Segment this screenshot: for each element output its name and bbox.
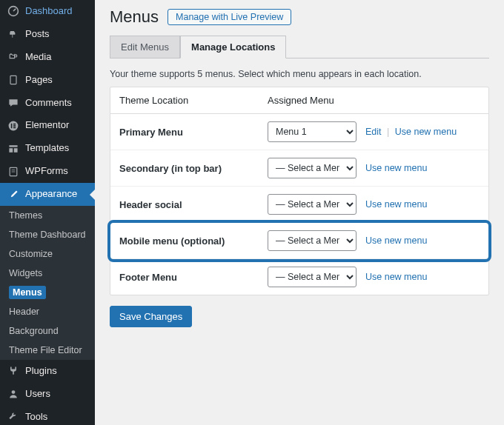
plug-icon: [7, 365, 19, 377]
sub-item-menus[interactable]: Menus: [0, 283, 95, 302]
svg-rect-9: [9, 148, 13, 153]
user-icon: [7, 388, 19, 400]
sidebar-label: WPForms: [25, 165, 68, 178]
sidebar-label: Comments: [25, 97, 72, 110]
table-row: Header social — Select a Menu — Use new …: [110, 187, 488, 223]
use-new-menu-link[interactable]: Use new menu: [365, 199, 427, 210]
sidebar-label: Media: [25, 51, 51, 64]
sidebar-item-media[interactable]: Media: [0, 46, 95, 69]
sidebar-label: Users: [25, 388, 50, 401]
sidebar-label: Plugins: [25, 365, 57, 378]
svg-rect-2: [10, 76, 16, 84]
svg-rect-6: [13, 125, 16, 127]
table-row-highlighted: Mobile menu (optional) — Select a Menu —…: [110, 223, 488, 259]
sidebar-item-users[interactable]: Users: [0, 383, 95, 406]
tab-manage-locations[interactable]: Manage Locations: [180, 36, 286, 58]
table-row: Secondary (in top bar) — Select a Menu —…: [110, 150, 488, 187]
menu-select-secondary[interactable]: — Select a Menu —: [268, 158, 357, 178]
page-icon: [7, 74, 19, 86]
location-header-social: Header social: [119, 199, 268, 210]
sidebar-item-plugins[interactable]: Plugins: [0, 360, 95, 383]
menu-select-footer[interactable]: — Select a Menu —: [268, 267, 357, 287]
sub-item-theme-file-editor[interactable]: Theme File Editor: [0, 341, 95, 360]
main-content: Menus Manage with Live Preview Edit Menu…: [95, 0, 504, 425]
col-theme-location: Theme Location: [119, 95, 268, 106]
sidebar-item-wpforms[interactable]: WPForms: [0, 160, 95, 183]
comment-icon: [7, 97, 19, 109]
use-new-menu-link[interactable]: Use new menu: [365, 272, 427, 282]
use-new-menu-link[interactable]: Use new menu: [365, 235, 427, 246]
save-changes-button[interactable]: Save Changes: [110, 306, 192, 327]
use-new-menu-link[interactable]: Use new menu: [365, 163, 427, 173]
page-title: Menus: [110, 7, 159, 27]
sidebar-item-templates[interactable]: Templates: [0, 137, 95, 160]
sidebar-label: Appearance: [25, 188, 77, 201]
sidebar-label: Pages: [25, 74, 53, 87]
use-new-menu-link[interactable]: Use new menu: [395, 127, 457, 137]
sidebar-label: Templates: [25, 142, 69, 155]
page-header: Menus Manage with Live Preview: [110, 7, 489, 27]
sub-item-header[interactable]: Header: [0, 302, 95, 321]
sidebar-item-pages[interactable]: Pages: [0, 69, 95, 92]
col-assigned-menu: Assigned Menu: [268, 95, 334, 106]
wrench-icon: [7, 411, 19, 423]
table-header: Theme Location Assigned Menu: [110, 87, 488, 114]
sidebar-item-dashboard[interactable]: Dashboard: [0, 0, 95, 23]
table-row: Primary Menu Menu 1 Edit | Use new menu: [110, 114, 488, 150]
svg-point-14: [12, 391, 16, 395]
location-footer-menu: Footer Menu: [119, 272, 268, 283]
locations-table: Theme Location Assigned Menu Primary Men…: [110, 87, 489, 295]
location-mobile-menu: Mobile menu (optional): [119, 235, 268, 247]
svg-rect-7: [13, 127, 16, 128]
svg-rect-4: [11, 124, 13, 128]
svg-rect-5: [13, 124, 16, 125]
dashboard-icon: [7, 5, 19, 17]
sidebar-label: Posts: [25, 28, 50, 41]
tab-edit-menus[interactable]: Edit Menus: [110, 36, 180, 58]
menu-select-mobile[interactable]: — Select a Menu —: [268, 230, 357, 251]
manage-live-preview-button[interactable]: Manage with Live Preview: [168, 9, 291, 25]
sub-item-theme-dashboard[interactable]: Theme Dashboard: [0, 225, 95, 244]
sidebar-submenu-appearance: Themes Theme Dashboard Customize Widgets…: [0, 206, 95, 360]
helper-text: Your theme supports 5 menus. Select whic…: [110, 69, 489, 79]
sidebar-item-comments[interactable]: Comments: [0, 92, 95, 115]
sidebar-label: Tools: [25, 411, 47, 424]
sidebar-label: Dashboard: [25, 5, 73, 18]
tabs: Edit Menus Manage Locations: [110, 36, 489, 58]
admin-sidebar: Dashboard Posts Media Pages Comments Ele…: [0, 0, 95, 425]
sub-item-customize[interactable]: Customize: [0, 244, 95, 264]
brush-icon: [7, 189, 19, 201]
elementor-icon: [7, 120, 19, 132]
media-icon: [7, 51, 19, 63]
menu-select-primary[interactable]: Menu 1: [268, 121, 357, 142]
edit-link[interactable]: Edit: [365, 127, 382, 137]
wpforms-icon: [7, 166, 19, 178]
sub-item-background[interactable]: Background: [0, 321, 95, 341]
svg-rect-8: [9, 145, 17, 147]
pin-icon: [7, 28, 19, 40]
sub-item-widgets[interactable]: Widgets: [0, 264, 95, 283]
table-row: Footer Menu — Select a Menu — Use new me…: [110, 259, 488, 295]
sidebar-item-tools[interactable]: Tools: [0, 406, 95, 425]
sidebar-item-appearance[interactable]: Appearance: [0, 183, 95, 206]
svg-rect-10: [14, 148, 18, 153]
location-secondary: Secondary (in top bar): [119, 163, 268, 174]
location-primary: Primary Menu: [119, 127, 268, 138]
templates-icon: [7, 143, 19, 155]
sidebar-item-elementor[interactable]: Elementor: [0, 114, 95, 137]
sidebar-item-posts[interactable]: Posts: [0, 23, 95, 46]
menu-select-header-social[interactable]: — Select a Menu —: [268, 194, 357, 215]
svg-point-1: [15, 55, 17, 57]
sidebar-label: Elementor: [25, 119, 69, 132]
sub-item-themes[interactable]: Themes: [0, 206, 95, 225]
